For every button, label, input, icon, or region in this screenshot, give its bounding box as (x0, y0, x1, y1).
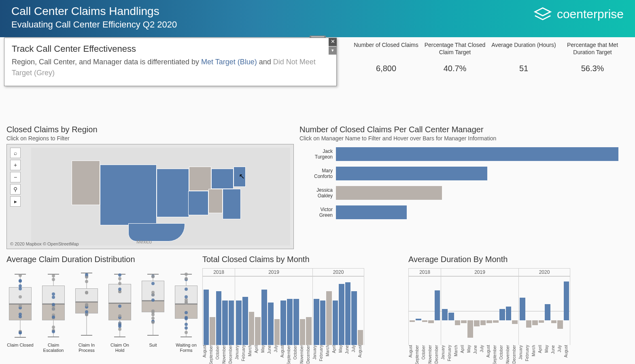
zoom-out-icon[interactable]: − (10, 172, 21, 182)
month-bar[interactable] (345, 282, 351, 345)
month-bar[interactable] (274, 319, 280, 345)
manager-bar-row[interactable]: VictorGreen (299, 205, 629, 219)
manager-bar[interactable] (336, 186, 442, 200)
month-label: October (421, 345, 428, 364)
region-central[interactable] (157, 169, 189, 217)
region-midwest-s[interactable] (188, 191, 208, 215)
month-bar[interactable] (506, 277, 512, 345)
manager-bar-row[interactable]: JackTurgeon (299, 147, 629, 161)
boxplot-label: Claim On Hold (106, 343, 134, 353)
month-bar[interactable] (287, 299, 293, 345)
search-icon[interactable]: ⌕ (10, 148, 21, 158)
manager-bar-row[interactable]: JessicaOakley (299, 186, 629, 200)
boxplot-column[interactable]: Waiting on Forms (172, 267, 200, 353)
month-bar[interactable] (557, 277, 563, 345)
month-bar[interactable] (268, 303, 274, 345)
month-bar[interactable] (339, 284, 344, 345)
boxplot-column[interactable]: Claim Closed (6, 267, 34, 353)
data-point-dot (118, 328, 121, 331)
month-bar[interactable] (448, 277, 454, 345)
month-bar[interactable] (564, 277, 569, 345)
month-bar[interactable] (499, 277, 505, 345)
manager-bar[interactable] (336, 147, 618, 161)
month-bar[interactable] (416, 277, 421, 345)
manager-bar[interactable] (336, 167, 487, 180)
month-bar[interactable] (261, 290, 267, 345)
month-bar[interactable] (280, 301, 286, 345)
month-bar[interactable] (249, 312, 255, 345)
month-bar[interactable] (222, 301, 227, 345)
month-bar[interactable] (539, 277, 544, 345)
region-pacific[interactable] (72, 161, 100, 205)
boxplot-column[interactable]: Claim On Hold (106, 267, 134, 353)
month-bar[interactable] (314, 299, 319, 345)
month-bar[interactable] (351, 291, 357, 345)
month-bar[interactable] (486, 277, 492, 345)
month-bar[interactable] (493, 277, 499, 345)
manager-name[interactable]: JessicaOakley (299, 187, 336, 199)
month-bar[interactable] (428, 277, 433, 345)
manager-name[interactable]: JackTurgeon (299, 148, 336, 160)
month-bar[interactable] (526, 277, 532, 345)
data-point-dot (151, 321, 155, 324)
month-bar[interactable] (306, 317, 312, 345)
month-bar[interactable] (410, 277, 415, 345)
month-bar[interactable] (435, 277, 440, 345)
play-icon[interactable]: ▸ (10, 196, 21, 207)
region-northeast[interactable] (234, 167, 246, 187)
boxplot-label: Claim Escalation (40, 343, 67, 353)
month-bar[interactable] (461, 277, 467, 345)
month-bar[interactable] (358, 330, 363, 345)
month-bar[interactable] (236, 301, 242, 345)
boxplot-column[interactable]: Claim Escalation (40, 267, 67, 353)
region-appalachia[interactable] (208, 189, 223, 213)
month-bar[interactable] (210, 317, 215, 345)
month-bar[interactable] (512, 277, 518, 345)
month-bar[interactable] (255, 317, 261, 345)
data-point-dot (85, 313, 88, 316)
manager-name[interactable]: MaryConforto (299, 168, 336, 180)
region-southeast[interactable] (223, 189, 241, 219)
month-bar[interactable] (242, 297, 248, 345)
month-bar[interactable] (422, 277, 427, 345)
manager-bar[interactable] (336, 205, 407, 219)
boxplot-chart[interactable]: Claim Closed Claim Escalation Claim In P… (6, 268, 197, 353)
manager-bar-row[interactable]: MaryConforto (299, 167, 629, 180)
map-viz[interactable]: ⌕ + − ⚲ ▸ Mexico © 2020 Mapbox © OpenStr… (6, 144, 294, 249)
zoom-in-icon[interactable]: + (10, 160, 21, 170)
data-point-dot (52, 296, 55, 299)
month-bar[interactable] (326, 291, 332, 345)
month-label: June (345, 345, 351, 364)
month-bar[interactable] (545, 277, 550, 345)
region-midwest-n[interactable] (189, 167, 211, 191)
close-icon[interactable]: ✕ (329, 38, 337, 46)
month-bar[interactable] (216, 291, 221, 345)
month-bar[interactable] (293, 299, 299, 345)
month-bar[interactable] (442, 277, 448, 345)
month-bar[interactable] (204, 290, 209, 345)
region-mountain[interactable] (100, 165, 157, 225)
duration-by-month-chart[interactable]: 201820192020AugustSeptemberOctoberNovemb… (408, 268, 629, 364)
month-bar[interactable] (532, 277, 538, 345)
data-point-dot (19, 295, 22, 298)
month-bar[interactable] (551, 277, 557, 345)
boxplot-column[interactable]: Claim In Process (73, 267, 100, 353)
pin-reset-icon[interactable]: ⚲ (10, 184, 21, 195)
month-bar[interactable] (520, 277, 525, 345)
month-bar[interactable] (480, 277, 486, 345)
region-greatlakes[interactable] (211, 169, 234, 189)
month-bar[interactable] (300, 319, 306, 345)
data-point-dot (19, 331, 22, 334)
month-bar[interactable] (333, 301, 338, 345)
month-bar[interactable] (229, 301, 234, 345)
closed-by-month-chart[interactable]: 201820192020AugustSeptemberOctoberNovemb… (202, 268, 403, 364)
month-label: March (248, 345, 254, 364)
chevron-down-icon[interactable]: ▾ (329, 47, 337, 55)
month-bar[interactable] (320, 301, 326, 345)
month-bar[interactable] (455, 277, 461, 345)
month-bar[interactable] (467, 277, 473, 345)
data-point-dot (185, 277, 188, 280)
manager-name[interactable]: VictorGreen (299, 207, 336, 218)
month-bar[interactable] (474, 277, 480, 345)
boxplot-column[interactable]: Suit (139, 267, 167, 353)
